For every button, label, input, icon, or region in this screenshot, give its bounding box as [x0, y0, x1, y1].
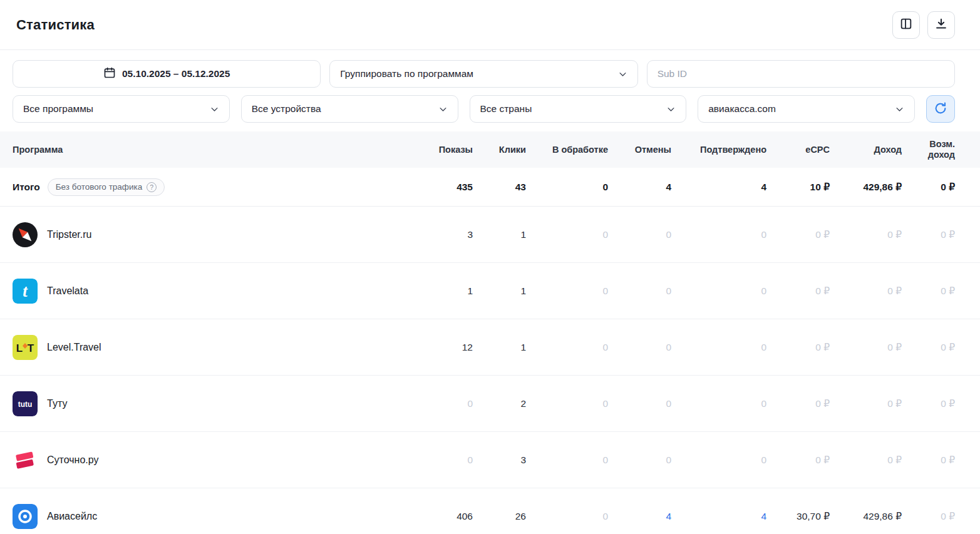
table-row: Суточно.ру030000 ₽0 ₽0 ₽ — [0, 432, 980, 488]
total-cell-ecpc: 10 ₽ — [766, 182, 830, 193]
tutu-logo-icon: tutu — [13, 391, 38, 416]
table-cell: 0 — [608, 454, 671, 466]
download-icon — [934, 17, 948, 33]
program-cell: Суточно.ру — [13, 448, 416, 473]
table-cell: 0 ₽ — [830, 229, 902, 240]
page-title: Статистика — [16, 17, 95, 33]
table-cell[interactable]: 4 — [671, 511, 766, 522]
download-button[interactable] — [927, 11, 955, 39]
column-header-program: Программа — [13, 145, 416, 155]
table-cell: 0 — [416, 454, 473, 466]
column-header-ecpc: eCPC — [766, 145, 830, 155]
table-cell: 0 — [608, 229, 671, 240]
date-range-value: 05.10.2025 – 05.12.2025 — [122, 68, 230, 80]
table-cell: 0 — [671, 342, 766, 353]
column-header-possible-income: Возм. доход — [902, 139, 955, 160]
column-header-cancelled: Отмены — [608, 145, 671, 155]
program-cell: Tripster.ru — [13, 222, 416, 247]
table-cell: 0 — [526, 511, 608, 522]
table-cell: 0 — [608, 342, 671, 353]
total-cell-income: 429,86 ₽ — [830, 182, 902, 193]
program-name: Tripster.ru — [47, 229, 91, 240]
sutochno-logo-icon — [13, 448, 38, 473]
table-cell[interactable]: 4 — [608, 511, 671, 522]
table-cell: 0 ₽ — [902, 229, 955, 240]
table-cell: 0 ₽ — [902, 511, 955, 522]
devices-value: Все устройства — [252, 103, 321, 115]
table-cell: 0 ₽ — [902, 398, 955, 409]
chevron-down-icon — [438, 105, 448, 114]
table-cell: 0 — [671, 229, 766, 240]
program-cell: tutuТуту — [13, 391, 416, 416]
programs-select[interactable]: Все программы — [13, 95, 230, 123]
table-cell: 0 ₽ — [766, 398, 830, 409]
group-by-value: Группировать по программам — [340, 68, 473, 80]
total-label: Итого — [13, 182, 40, 193]
travelata-logo-icon: t — [13, 279, 38, 304]
svg-text:L: L — [16, 342, 23, 354]
table-cell: 0 — [416, 398, 473, 409]
table-header-row: Программа Показы Клики В обработке Отмен… — [0, 131, 980, 168]
devices-select[interactable]: Все устройства — [241, 95, 458, 123]
table-row: Авиасейлс4062604430,70 ₽429,86 ₽0 ₽ — [0, 488, 980, 534]
table-cell: 0 — [526, 229, 608, 240]
program-name: Level.Travel — [47, 342, 101, 353]
columns-layout-button[interactable] — [892, 11, 920, 39]
table-row: tutuТуту020000 ₽0 ₽0 ₽ — [0, 376, 980, 432]
table-cell: 429,86 ₽ — [830, 511, 902, 522]
table-cell: 0 ₽ — [902, 342, 955, 353]
program-name: Туту — [47, 398, 67, 409]
table-cell: 0 ₽ — [766, 285, 830, 297]
table-row: Tripster.ru310000 ₽0 ₽0 ₽ — [0, 207, 980, 263]
table-cell: 1 — [473, 342, 526, 353]
calendar-icon — [103, 66, 116, 81]
program-name: Авиасейлс — [47, 511, 97, 522]
site-value: авиакасса.com — [708, 103, 776, 115]
table-cell: 1 — [473, 285, 526, 297]
columns-layout-icon — [899, 17, 913, 33]
table-cell: 3 — [416, 229, 473, 240]
svg-text:T: T — [28, 342, 34, 354]
column-header-impressions: Показы — [416, 145, 473, 155]
table-cell: 0 ₽ — [830, 398, 902, 409]
table-cell: 0 ₽ — [766, 229, 830, 240]
sub-id-input[interactable] — [647, 60, 955, 88]
table-cell: 0 — [671, 285, 766, 297]
topbar: Статистика — [0, 0, 980, 50]
table-cell: 0 — [526, 398, 608, 409]
program-cell: tTravelata — [13, 279, 416, 304]
site-select[interactable]: авиакасса.com — [698, 95, 915, 123]
table-cell: 0 ₽ — [766, 454, 830, 466]
table-cell: 0 ₽ — [830, 285, 902, 297]
table-cell: 0 ₽ — [902, 454, 955, 466]
table-row: LTLevel.Travel1210000 ₽0 ₽0 ₽ — [0, 319, 980, 376]
program-name: Travelata — [47, 285, 88, 297]
table-row: tTravelata110000 ₽0 ₽0 ₽ — [0, 263, 980, 319]
date-range-picker[interactable]: 05.10.2025 – 05.12.2025 — [13, 60, 321, 88]
refresh-button[interactable] — [926, 95, 955, 123]
column-header-confirmed: Подтверждено — [671, 145, 766, 155]
program-name: Суточно.ру — [47, 454, 98, 466]
total-cell-possible-income: 0 ₽ — [902, 182, 955, 193]
countries-select[interactable]: Все страны — [470, 95, 687, 123]
table-cell: 0 — [526, 454, 608, 466]
programs-value: Все программы — [23, 103, 93, 115]
chevron-down-icon — [666, 105, 676, 114]
group-by-select[interactable]: Группировать по программам — [329, 60, 637, 88]
total-cell-cancelled: 4 — [608, 182, 671, 193]
aviasales-logo-icon — [13, 504, 38, 529]
level-logo-icon: LT — [13, 335, 38, 360]
total-cell-processing: 0 — [526, 182, 608, 193]
no-bot-traffic-label: Без ботового трафика — [56, 182, 142, 192]
chevron-down-icon — [210, 105, 219, 114]
svg-text:tutu: tutu — [18, 400, 33, 409]
table-body: Tripster.ru310000 ₽0 ₽0 ₽tTravelata11000… — [0, 207, 980, 534]
table-cell: 0 — [608, 285, 671, 297]
chevron-down-icon — [618, 69, 627, 79]
help-question-icon[interactable]: ? — [147, 182, 157, 192]
refresh-icon — [934, 101, 947, 117]
chevron-down-icon — [895, 105, 904, 114]
table-cell: 12 — [416, 342, 473, 353]
table-cell: 1 — [473, 229, 526, 240]
table-cell: 30,70 ₽ — [766, 511, 830, 522]
